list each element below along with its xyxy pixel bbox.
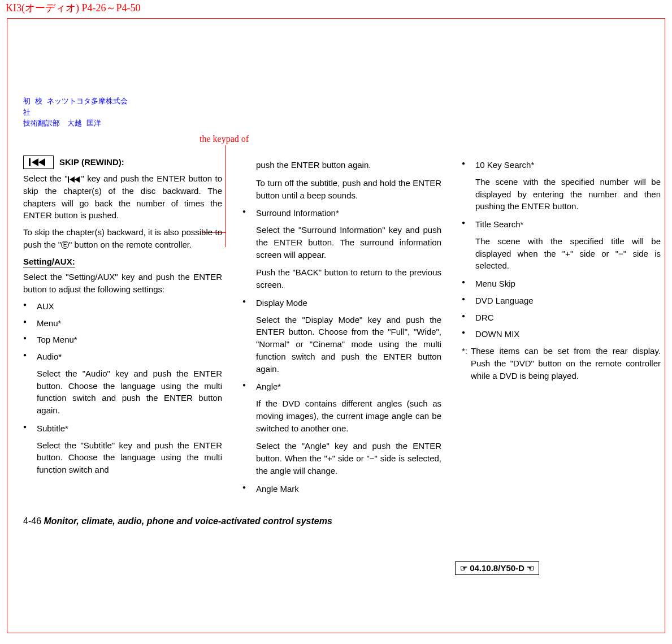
list-item: AUX <box>23 300 222 313</box>
settings-list: Menu Skip DVD Language DRC DOWN MIX <box>462 278 661 340</box>
list-item: DRC <box>462 312 661 324</box>
circled-e-icon: E <box>61 241 69 249</box>
list-item-description: Select the "Display Mode" key and push t… <box>256 314 441 375</box>
settings-list: Display Mode <box>242 297 441 309</box>
list-item: Display Mode <box>242 297 441 309</box>
skip-rewind-heading: SKIP (REWIND): <box>23 155 222 169</box>
settings-list: AUX Menu* Top Menu* Audio* <box>23 300 222 363</box>
settings-list: 10 Key Search* <box>462 159 661 171</box>
column-1: SKIP (REWIND): Select the "" key and pus… <box>23 155 222 499</box>
list-item: Audio* <box>23 351 222 363</box>
footnote-text: These items can be set from the rear dis… <box>471 345 661 382</box>
setting-aux-heading: Setting/AUX: <box>23 256 222 268</box>
skip-rewind-label: SKIP (REWIND): <box>59 156 124 168</box>
list-item: Menu Skip <box>462 278 661 290</box>
svg-rect-0 <box>29 158 31 166</box>
list-item: DVD Language <box>462 295 661 307</box>
list-item-description: Select the "Surround Information" key an… <box>256 224 441 261</box>
column-3: 10 Key Search* The scene with the specif… <box>462 155 661 499</box>
page-footer: 4-46 Monitor, climate, audio, phone and … <box>23 516 332 526</box>
body-text: To turn off the subtitle, push and hold … <box>256 177 441 202</box>
list-item-description: Select the "Angle" key and push the ENTE… <box>256 440 441 477</box>
footnote-marker: *: <box>462 345 467 382</box>
section-title: Monitor, climate, audio, phone and voice… <box>44 516 332 526</box>
svg-marker-2 <box>38 158 45 166</box>
svg-rect-3 <box>68 176 69 183</box>
settings-list: Surround Information* <box>242 207 441 219</box>
settings-list: Angle* <box>242 381 441 393</box>
list-item: Angle Mark <box>242 483 441 495</box>
list-item-description: The scene with the specified number will… <box>475 176 661 213</box>
list-item-description: Push the "BACK" button to return to the … <box>256 266 441 291</box>
body-text: To skip the chapter(s) backward, it is a… <box>23 226 222 251</box>
column-2: push the ENTER button again. To turn off… <box>242 155 441 499</box>
list-item: Subtitle* <box>23 422 222 435</box>
body-text: push the ENTER button again. <box>256 159 441 171</box>
list-item-description: If the DVD contains different angles (su… <box>256 397 441 434</box>
list-item-description: Select the "Subtitle" key and push the E… <box>37 439 222 476</box>
svg-marker-1 <box>32 158 38 166</box>
list-item-description: Select the "Audio" key and push the ENTE… <box>37 368 222 417</box>
signature-block: 初 校 ネッツトヨタ多摩株式会社­ 技術翻訳部 大越 匡洋 <box>23 96 135 129</box>
list-item: 10 Key Search* <box>462 159 661 171</box>
footnote: *: These items can be set from the rear … <box>462 345 661 382</box>
skip-rewind-icon <box>23 155 54 169</box>
svg-marker-5 <box>75 176 80 183</box>
body-text: Select the "" key and push the ENTER but… <box>23 172 222 222</box>
list-item: DOWN MIX <box>462 328 661 340</box>
list-item: Surround Information* <box>242 207 441 219</box>
settings-list: Subtitle* <box>23 422 222 435</box>
header-annotation: KI3(オーディオ) P4-26～P4-50 <box>6 1 141 15</box>
inline-annotation: the keypad of <box>200 134 249 144</box>
revision-stamp: ☞ 04.10.8/Y50-D ☜ <box>455 561 539 575</box>
page-number: 4-46 <box>23 516 41 526</box>
content-columns: SKIP (REWIND): Select the "" key and pus… <box>23 155 661 499</box>
list-item-description: The scene with the specified title will … <box>475 235 661 272</box>
list-item: Title Search* <box>462 218 661 231</box>
page-frame: 初 校 ネッツトヨタ多摩株式会社­ 技術翻訳部 大越 匡洋 the keypad… <box>7 18 665 633</box>
body-text: Select the "Setting/AUX" key and push th… <box>23 271 222 296</box>
list-item: Top Menu* <box>23 334 222 346</box>
svg-marker-4 <box>70 176 75 183</box>
settings-list: Angle Mark <box>242 483 441 495</box>
list-item: Menu* <box>23 317 222 330</box>
list-item: Angle* <box>242 381 441 393</box>
settings-list: Title Search* <box>462 218 661 231</box>
